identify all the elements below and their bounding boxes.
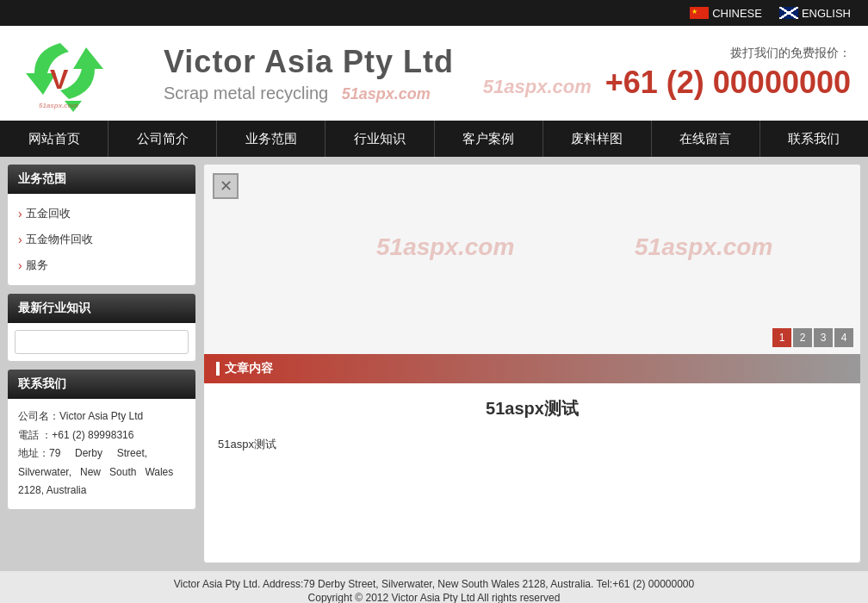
sidebar-industry-header: 最新行业知识	[8, 294, 195, 323]
contact-company: 公司名：Victor Asia Pty Ltd	[18, 407, 185, 426]
sidebar: 业务范围 五金回收五金物件回收服务 最新行业知识 联系我们 公司名：Victor…	[7, 164, 196, 563]
sidebar-business-header: 业务范围	[8, 165, 195, 194]
logo: V 51aspx.com	[17, 34, 155, 112]
company-name: Victor Asia Pty Ltd	[164, 44, 483, 80]
slide-indicators: 1234	[772, 328, 853, 347]
main-content: 业务范围 五金回收五金物件回收服务 最新行业知识 联系我们 公司名：Victor…	[0, 157, 868, 570]
nav: 网站首页公司简介业务范围行业知识客户案例废料样图在线留言联系我们	[0, 121, 868, 157]
slide-indicator-3[interactable]: 3	[814, 328, 833, 347]
sidebar-business-menu: 五金回收五金物件回收服务	[8, 194, 195, 285]
slideshow: ✕ 51aspx.com 51aspx.com 1234	[204, 165, 860, 354]
nav-item-业务范围[interactable]: 业务范围	[217, 121, 326, 157]
footer-address: Victor Asia Pty Ltd. Address:79 Derby St…	[17, 578, 851, 590]
footer: Victor Asia Pty Ltd. Address:79 Derby St…	[0, 570, 868, 603]
slide-watermark-2: 51aspx.com	[635, 233, 772, 261]
company-tagline: Scrap metal recycling 51aspx.com	[164, 84, 483, 103]
chinese-label: CHINESE	[712, 7, 762, 20]
contact-address: 地址：79 Derby Street, Silverwater, New Sou…	[18, 444, 185, 500]
sidebar-industry-section: 最新行业知识	[7, 293, 196, 362]
nav-item-行业知识[interactable]: 行业知识	[326, 121, 434, 157]
industry-search-input[interactable]	[15, 330, 189, 354]
sidebar-contact-section: 联系我们 公司名：Victor Asia Pty Ltd 電話 ：+61 (2)…	[7, 369, 196, 510]
svg-text:51aspx.com: 51aspx.com	[39, 102, 78, 109]
chinese-lang-btn[interactable]: CHINESE	[690, 7, 762, 20]
english-lang-btn[interactable]: ENGLISH	[779, 7, 851, 20]
contact-info: 公司名：Victor Asia Pty Ltd 電話 ：+61 (2) 8999…	[8, 399, 195, 509]
article-content: 51aspx测试 51aspx测试	[204, 383, 860, 468]
slide-indicator-4[interactable]: 4	[834, 328, 853, 347]
header-right: 拨打我们的免费报价： 51aspx.com +61 (2) 00000000	[483, 46, 851, 101]
sidebar-menu-item[interactable]: 五金物件回收	[8, 227, 195, 252]
article-section-title: 文章内容	[225, 361, 273, 376]
slideshow-placeholder: ✕	[213, 173, 239, 199]
sidebar-menu-item[interactable]: 服务	[8, 252, 195, 278]
nav-item-联系我们[interactable]: 联系我们	[760, 121, 868, 157]
chinese-flag-icon	[690, 7, 709, 19]
sidebar-menu-item[interactable]: 五金回收	[8, 201, 195, 227]
article-section: 文章内容 51aspx测试 51aspx测试	[204, 354, 860, 468]
top-bar: CHINESE ENGLISH	[0, 0, 868, 26]
nav-item-客户案例[interactable]: 客户案例	[435, 121, 543, 157]
phone-watermark: 51aspx.com	[483, 76, 592, 97]
tagline: 拨打我们的免费报价：	[483, 46, 851, 61]
company-info: Victor Asia Pty Ltd Scrap metal recyclin…	[164, 44, 483, 103]
content-area: ✕ 51aspx.com 51aspx.com 1234 文章内容 51aspx…	[203, 164, 861, 563]
sidebar-business-section: 业务范围 五金回收五金物件回收服务	[7, 164, 196, 286]
article-body: 51aspx测试	[218, 434, 846, 454]
sidebar-contact-header: 联系我们	[8, 370, 195, 399]
nav-item-网站首页[interactable]: 网站首页	[0, 121, 108, 157]
slide-watermark-1: 51aspx.com	[376, 233, 514, 261]
header-watermark: 51aspx.com	[342, 85, 431, 103]
nav-item-在线留言[interactable]: 在线留言	[652, 121, 760, 157]
article-header: 文章内容	[204, 354, 860, 383]
sidebar-industry-input-area	[8, 323, 195, 361]
english-flag-icon	[779, 7, 798, 19]
phone-number: 51aspx.com +61 (2) 00000000	[483, 65, 851, 101]
contact-phone: 電話 ：+61 (2) 89998316	[18, 426, 185, 445]
english-label: ENGLISH	[802, 7, 851, 20]
nav-item-公司简介[interactable]: 公司简介	[108, 121, 217, 157]
slide-indicator-1[interactable]: 1	[772, 328, 791, 347]
footer-copyright: Copyright © 2012 Victor Asia Pty Ltd All…	[17, 592, 851, 603]
svg-text:V: V	[50, 64, 69, 95]
nav-item-废料样图[interactable]: 废料样图	[543, 121, 652, 157]
slide-indicator-2[interactable]: 2	[793, 328, 812, 347]
article-title: 51aspx测试	[218, 397, 846, 420]
header: V 51aspx.com Victor Asia Pty Ltd Scrap m…	[0, 26, 868, 121]
